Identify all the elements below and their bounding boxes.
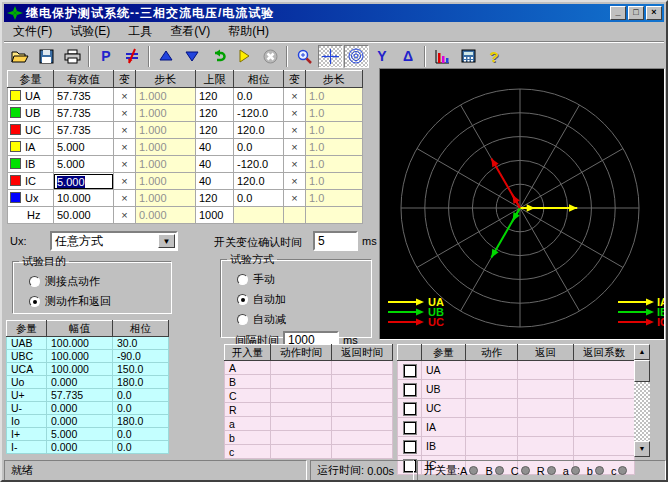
checkbox-unchecked-icon[interactable] bbox=[404, 441, 416, 453]
close-button[interactable]: × bbox=[646, 6, 662, 20]
param-value-cell[interactable]: 5.000 bbox=[54, 173, 114, 190]
step-cell-1[interactable]: 1.000 bbox=[136, 88, 196, 105]
param-value-cell[interactable]: 57.735 bbox=[54, 88, 114, 105]
radio-unselected-icon[interactable] bbox=[237, 274, 248, 285]
vary-toggle-2[interactable] bbox=[284, 207, 306, 224]
step-cell-2[interactable]: 1.0 bbox=[306, 173, 363, 190]
param-value-cell[interactable]: 57.735 bbox=[54, 105, 114, 122]
minimize-button[interactable]: _ bbox=[610, 6, 626, 20]
step-cell-1[interactable]: 1.000 bbox=[136, 156, 196, 173]
step-cell-1[interactable]: 0.000 bbox=[136, 207, 196, 224]
start-button[interactable] bbox=[232, 45, 257, 68]
test-purpose-option-0[interactable]: 测接点动作 bbox=[29, 274, 171, 289]
increase-button[interactable] bbox=[154, 45, 179, 68]
vary-toggle-1[interactable]: × bbox=[114, 88, 136, 105]
decrease-button[interactable] bbox=[180, 45, 205, 68]
vary-toggle-2[interactable]: × bbox=[284, 105, 306, 122]
reset-button[interactable] bbox=[206, 45, 231, 68]
vary-toggle-1[interactable]: × bbox=[114, 105, 136, 122]
vary-toggle-2[interactable]: × bbox=[284, 190, 306, 207]
test-mode-option-2[interactable]: 自动减 bbox=[237, 312, 371, 327]
scroll-up-icon[interactable]: ▲ bbox=[634, 344, 650, 360]
param-value-cell[interactable]: 57.735 bbox=[54, 122, 114, 139]
vary-toggle-2[interactable]: × bbox=[284, 88, 306, 105]
fault-setting-button[interactable] bbox=[120, 45, 145, 68]
step-cell-2[interactable]: 1.0 bbox=[306, 139, 363, 156]
print-button[interactable] bbox=[60, 45, 85, 68]
vary-toggle-1[interactable]: × bbox=[114, 139, 136, 156]
phase-cell[interactable]: 120.0 bbox=[234, 173, 284, 190]
ux-mode-select[interactable]: 任意方式 ▼ bbox=[50, 231, 178, 251]
vary-toggle-1[interactable]: × bbox=[114, 122, 136, 139]
radio-selected-icon[interactable] bbox=[29, 296, 40, 307]
checkbox-unchecked-icon[interactable] bbox=[404, 384, 416, 396]
limit-cell[interactable]: 120 bbox=[196, 105, 234, 122]
vary-toggle-2[interactable]: × bbox=[284, 173, 306, 190]
vary-toggle-2[interactable]: × bbox=[284, 139, 306, 156]
menu-item-3[interactable]: 查看(V) bbox=[161, 21, 219, 42]
param-value-cell[interactable]: 5.000 bbox=[54, 156, 114, 173]
step-cell-2[interactable]: 1.0 bbox=[306, 156, 363, 173]
phase-cell[interactable]: 120.0 bbox=[234, 122, 284, 139]
radio-unselected-icon[interactable] bbox=[237, 314, 248, 325]
step-cell-2[interactable]: 1.0 bbox=[306, 105, 363, 122]
vary-toggle-1[interactable]: × bbox=[114, 156, 136, 173]
step-cell-1[interactable]: 1.000 bbox=[136, 122, 196, 139]
test-mode-option-0[interactable]: 手动 bbox=[237, 272, 371, 287]
title-bar[interactable]: 继电保护测试系统--三相交流电压/电流试验 _ □ × bbox=[4, 4, 664, 22]
phase-cell[interactable] bbox=[234, 207, 284, 224]
save-button[interactable] bbox=[34, 45, 59, 68]
step-cell-1[interactable]: 1.000 bbox=[136, 190, 196, 207]
vary-toggle-2[interactable]: × bbox=[284, 122, 306, 139]
menu-item-0[interactable]: 文件(F) bbox=[4, 21, 61, 42]
delta-connection-button[interactable]: Δ bbox=[396, 45, 421, 68]
step-cell-2[interactable]: 1.0 bbox=[306, 190, 363, 207]
vary-toggle-1[interactable]: × bbox=[114, 190, 136, 207]
checkbox-unchecked-icon[interactable] bbox=[404, 365, 416, 377]
limit-cell[interactable]: 120 bbox=[196, 122, 234, 139]
limit-cell[interactable]: 120 bbox=[196, 88, 234, 105]
test-purpose-option-1[interactable]: 测动作和返回 bbox=[29, 294, 171, 309]
harmonics-button[interactable] bbox=[430, 45, 455, 68]
step-cell-2[interactable]: 1.0 bbox=[306, 122, 363, 139]
open-file-button[interactable] bbox=[8, 45, 33, 68]
step-cell-1[interactable]: 1.000 bbox=[136, 105, 196, 122]
radio-unselected-icon[interactable] bbox=[29, 276, 40, 287]
help-button[interactable]: ? bbox=[482, 45, 507, 68]
param-value-cell[interactable]: 10.000 bbox=[54, 190, 114, 207]
scroll-down-icon[interactable]: ▼ bbox=[634, 441, 650, 457]
phase-cell[interactable]: -120.0 bbox=[234, 156, 284, 173]
parameter-button[interactable]: P bbox=[94, 45, 119, 68]
limit-cell[interactable]: 40 bbox=[196, 156, 234, 173]
value-edit-box[interactable]: 5.000 bbox=[54, 174, 113, 189]
param-value-cell[interactable]: 50.000 bbox=[54, 207, 114, 224]
phase-cell[interactable]: -120.0 bbox=[234, 105, 284, 122]
step-cell-1[interactable]: 1.000 bbox=[136, 139, 196, 156]
limit-cell[interactable]: 40 bbox=[196, 139, 234, 156]
zoom-button[interactable] bbox=[292, 45, 317, 68]
step-cell-2[interactable]: 1.0 bbox=[306, 88, 363, 105]
polar-view-toggle[interactable] bbox=[344, 45, 369, 68]
vary-toggle-1[interactable]: × bbox=[114, 173, 136, 190]
vary-toggle-2[interactable]: × bbox=[284, 156, 306, 173]
switch-confirm-input[interactable] bbox=[313, 231, 358, 251]
checkbox-unchecked-icon[interactable] bbox=[404, 422, 416, 434]
stop-button[interactable] bbox=[258, 45, 283, 68]
limit-cell[interactable]: 1000 bbox=[196, 207, 234, 224]
limit-cell[interactable]: 120 bbox=[196, 190, 234, 207]
action-table-scrollbar[interactable]: ▲ ▼ bbox=[634, 344, 650, 457]
vary-toggle-1[interactable]: × bbox=[114, 207, 136, 224]
checkbox-unchecked-icon[interactable] bbox=[404, 403, 416, 415]
param-value-cell[interactable]: 5.000 bbox=[54, 139, 114, 156]
maximize-button[interactable]: □ bbox=[628, 6, 644, 20]
phase-cell[interactable]: 0.0 bbox=[234, 190, 284, 207]
phase-cell[interactable]: 0.0 bbox=[234, 88, 284, 105]
menu-item-2[interactable]: 工具 bbox=[119, 21, 161, 42]
wye-connection-button[interactable]: Y bbox=[370, 45, 395, 68]
phase-cell[interactable]: 0.0 bbox=[234, 139, 284, 156]
test-mode-option-1[interactable]: 自动加 bbox=[237, 292, 371, 307]
radio-selected-icon[interactable] bbox=[237, 294, 248, 305]
axes-view-toggle[interactable] bbox=[318, 45, 343, 68]
step-cell-1[interactable]: 1.000 bbox=[136, 173, 196, 190]
calculator-button[interactable] bbox=[456, 45, 481, 68]
